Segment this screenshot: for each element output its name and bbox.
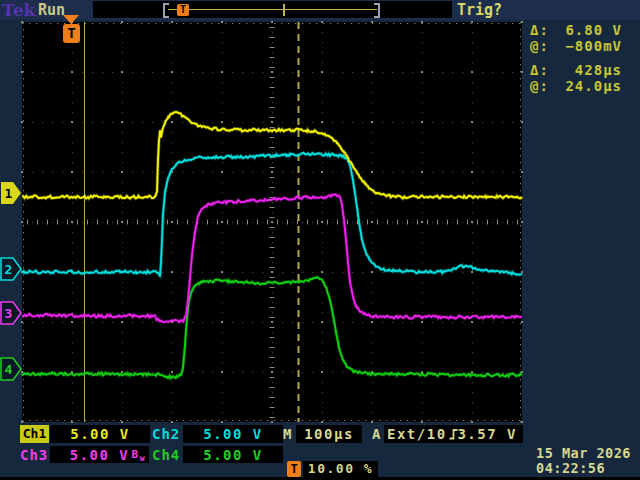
ch3-marker-label: 3: [5, 306, 13, 321]
datetime: 15 Mar 2026 04:22:56: [536, 446, 640, 476]
trigger-system-label: A: [372, 425, 381, 443]
ch4-scale-readout: 5.00 V: [183, 446, 283, 463]
timebase-readout: 100µs: [296, 425, 362, 443]
ch2-scale-readout: 5.00 V: [183, 425, 283, 443]
trigger-position-readout: 10.00 %: [303, 461, 378, 477]
ch2-label: Ch2: [152, 425, 180, 443]
ch2-marker-label: 2: [5, 262, 13, 277]
ch3-label: Ch3: [20, 446, 48, 464]
ch3-scale-readout: 5.00 V Bw: [50, 446, 149, 463]
bandwidth-limit-icon: Bw: [132, 448, 146, 464]
at-v-readout: @: −800mV: [530, 38, 622, 53]
timebase-label: M: [283, 425, 292, 443]
delta-t-readout: Δ: 428µs: [530, 62, 622, 77]
channel-position-markers: 1 2 3 4: [1, 182, 21, 380]
ch1-label-swatch: Ch1: [20, 425, 49, 443]
trigger-position-icon: T: [63, 24, 80, 43]
trigger-position-arrow-icon: [63, 15, 79, 24]
ch1-scale-readout: 5.00 V: [50, 425, 150, 443]
trigger-readout: Ext/10 3.57 V: [384, 425, 523, 443]
horizontal-trigger-icon: T: [287, 461, 301, 477]
trigger-level: 3.57 V: [457, 425, 517, 443]
trigger-source: Ext/10: [387, 426, 447, 442]
time-readout: 04:22:56: [536, 461, 640, 476]
date-readout: 15 Mar 2026: [536, 446, 640, 461]
ch4-label: Ch4: [152, 446, 180, 464]
ch1-marker-label: 1: [5, 186, 13, 201]
ch4-marker-label: 4: [5, 362, 13, 377]
at-t-readout: @: 24.0µs: [530, 78, 622, 93]
delta-v-readout: Δ: 6.80 V: [530, 22, 622, 37]
oscilloscope-screen: Tek Run T Trig? 1 2 3 4 T Δ: 6.80 V: [0, 0, 640, 480]
